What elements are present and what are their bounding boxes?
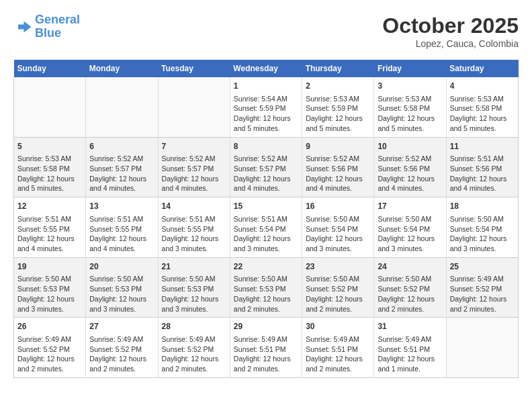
calendar-cell: 7Sunrise: 5:52 AMSunset: 5:57 PMDaylight… [158,137,230,197]
day-info: Sunrise: 5:49 AM [234,334,298,345]
weekday-header: Saturday [446,60,518,77]
day-number: 22 [234,261,298,273]
calendar-cell: 12Sunrise: 5:51 AMSunset: 5:55 PMDayligh… [14,197,86,258]
calendar-cell [14,77,86,137]
day-info: Sunrise: 5:51 AM [89,214,154,224]
day-info: and 4 minutes. [89,183,154,193]
calendar-cell: 18Sunrise: 5:50 AMSunset: 5:54 PMDayligh… [446,197,518,258]
day-info: and 2 minutes. [306,304,370,314]
day-info: Sunrise: 5:52 AM [306,154,370,164]
day-number: 19 [17,261,82,273]
calendar-cell: 16Sunrise: 5:50 AMSunset: 5:54 PMDayligh… [302,197,374,258]
day-info: Daylight: 12 hours [378,294,442,304]
calendar-table: SundayMondayTuesdayWednesdayThursdayFrid… [13,60,519,378]
day-info: Sunset: 5:59 PM [306,103,370,113]
day-info: and 5 minutes. [306,124,370,134]
day-number: 12 [17,201,82,212]
day-number: 1 [234,81,298,92]
weekday-header: Tuesday [158,60,230,77]
day-number: 27 [89,321,154,332]
calendar-cell: 23Sunrise: 5:50 AMSunset: 5:52 PMDayligh… [302,257,374,318]
day-info: Sunrise: 5:49 AM [378,334,442,345]
day-info: and 3 minutes. [17,304,82,314]
calendar-cell: 29Sunrise: 5:49 AMSunset: 5:51 PMDayligh… [230,318,302,378]
calendar-cell: 17Sunrise: 5:50 AMSunset: 5:54 PMDayligh… [374,197,446,258]
day-info: Daylight: 12 hours [162,234,226,244]
day-info: Sunrise: 5:51 AM [234,214,298,224]
day-info: Sunrise: 5:53 AM [306,94,370,104]
day-info: Sunrise: 5:52 AM [234,154,298,164]
day-info: and 1 minute. [378,364,442,374]
day-info: Sunset: 5:53 PM [234,284,298,294]
day-info: and 3 minutes. [450,244,515,254]
calendar-week-row: 5Sunrise: 5:53 AMSunset: 5:58 PMDaylight… [14,137,519,197]
day-info: Sunrise: 5:50 AM [89,274,154,284]
day-number: 11 [450,141,515,152]
day-info: Sunset: 5:52 PM [378,284,442,294]
day-info: Sunrise: 5:51 AM [17,214,82,224]
day-info: Sunset: 5:55 PM [89,224,154,234]
day-info: Sunrise: 5:52 AM [378,154,442,164]
day-info: Sunrise: 5:50 AM [234,274,298,284]
day-info: and 2 minutes. [378,304,442,314]
day-info: Sunrise: 5:50 AM [306,274,370,284]
calendar-cell: 26Sunrise: 5:49 AMSunset: 5:52 PMDayligh… [14,318,86,378]
calendar-week-row: 19Sunrise: 5:50 AMSunset: 5:53 PMDayligh… [14,257,519,318]
day-info: Sunset: 5:58 PM [378,103,442,113]
day-info: Daylight: 12 hours [234,113,298,124]
day-info: Sunset: 5:52 PM [17,345,82,355]
day-info: Daylight: 12 hours [89,354,154,364]
calendar-cell: 4Sunrise: 5:53 AMSunset: 5:58 PMDaylight… [446,77,518,137]
page-header: General Blue October 2025 Lopez, Cauca, … [13,13,519,49]
calendar-cell: 27Sunrise: 5:49 AMSunset: 5:52 PMDayligh… [86,318,158,378]
day-number: 13 [89,201,154,212]
day-info: Daylight: 12 hours [450,294,515,304]
day-number: 21 [162,261,226,273]
day-info: Daylight: 12 hours [450,113,515,124]
calendar-cell: 19Sunrise: 5:50 AMSunset: 5:53 PMDayligh… [14,257,86,318]
calendar-cell: 5Sunrise: 5:53 AMSunset: 5:58 PMDaylight… [14,137,86,197]
day-info: Sunrise: 5:50 AM [162,274,226,284]
day-info: Sunset: 5:58 PM [17,164,82,174]
day-info: Daylight: 12 hours [378,113,442,124]
day-info: Sunset: 5:51 PM [378,345,442,355]
day-info: Daylight: 12 hours [17,174,82,184]
day-info: Sunrise: 5:50 AM [450,214,515,224]
day-info: and 5 minutes. [450,124,515,134]
day-info: Sunrise: 5:51 AM [450,154,515,164]
calendar-cell: 11Sunrise: 5:51 AMSunset: 5:56 PMDayligh… [446,137,518,197]
day-info: Daylight: 12 hours [162,174,226,184]
day-number: 15 [234,201,298,212]
day-info: and 5 minutes. [378,124,442,134]
day-info: Sunset: 5:57 PM [162,164,226,174]
weekday-header: Thursday [302,60,374,77]
day-info: Sunset: 5:51 PM [234,345,298,355]
day-info: Daylight: 12 hours [306,294,370,304]
calendar-cell: 20Sunrise: 5:50 AMSunset: 5:53 PMDayligh… [86,257,158,318]
day-number: 28 [162,321,226,332]
day-info: and 3 minutes. [378,244,442,254]
day-number: 18 [450,201,515,212]
day-number: 3 [378,81,442,92]
day-info: Sunset: 5:58 PM [450,103,515,113]
weekday-header-row: SundayMondayTuesdayWednesdayThursdayFrid… [14,60,519,77]
day-info: Sunrise: 5:49 AM [450,274,515,284]
day-info: Sunrise: 5:49 AM [17,334,82,345]
weekday-header: Friday [374,60,446,77]
day-info: Daylight: 12 hours [234,294,298,304]
calendar-cell: 30Sunrise: 5:49 AMSunset: 5:51 PMDayligh… [302,318,374,378]
calendar-cell [158,77,230,137]
calendar-cell: 15Sunrise: 5:51 AMSunset: 5:54 PMDayligh… [230,197,302,258]
day-info: and 4 minutes. [378,183,442,193]
day-info: Sunset: 5:51 PM [306,345,370,355]
day-info: Daylight: 12 hours [378,174,442,184]
day-info: Daylight: 12 hours [306,113,370,124]
day-info: Sunrise: 5:53 AM [450,94,515,104]
day-info: Sunset: 5:53 PM [17,284,82,294]
calendar-cell: 14Sunrise: 5:51 AMSunset: 5:55 PMDayligh… [158,197,230,258]
calendar-cell: 6Sunrise: 5:52 AMSunset: 5:57 PMDaylight… [86,137,158,197]
day-info: Daylight: 12 hours [89,294,154,304]
day-info: Sunset: 5:56 PM [450,164,515,174]
calendar-cell: 9Sunrise: 5:52 AMSunset: 5:56 PMDaylight… [302,137,374,197]
title-section: October 2025 Lopez, Cauca, Colombia [382,13,519,49]
